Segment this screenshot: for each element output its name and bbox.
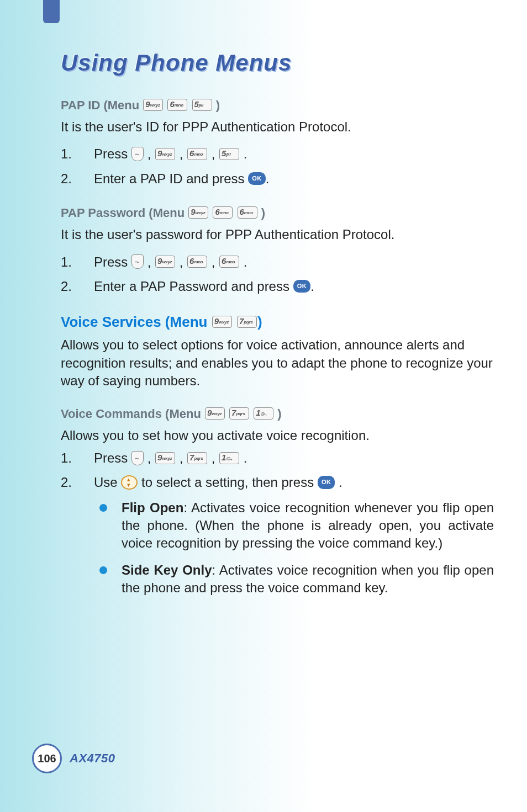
list-item: 2. Use to select a setting, then press O… <box>61 472 494 493</box>
list-item: 1. Press , 9wxyz , 7pqrs , 1@., . <box>61 448 494 469</box>
key-9-icon: 9wxyz <box>155 148 175 160</box>
list-item: 1. Press , 9wxyz , 6mno , 6mno . <box>61 252 494 273</box>
key-9-icon: 9wxyz <box>155 256 175 268</box>
list-item: Flip Open: Activates voice recognition w… <box>94 499 494 553</box>
key-9-icon: 9wxyz <box>188 206 208 219</box>
step-number: 2. <box>61 168 72 189</box>
step-number: 2. <box>61 276 72 297</box>
voice-services-desc: Allows you to select options for voice a… <box>61 336 494 390</box>
ok-key-icon: OK <box>248 172 266 185</box>
step-text: Press <box>94 146 131 161</box>
key-1-icon: 1@., <box>254 407 273 420</box>
list-item: 2. Enter a PAP Password and press OK. <box>61 276 494 297</box>
key-7-icon: 7pqrs <box>187 452 207 464</box>
step-text: Press <box>94 450 131 465</box>
menu-key-icon <box>131 254 144 269</box>
step-text: Press <box>94 254 131 269</box>
page-tab-decor <box>43 0 60 23</box>
menu-key-icon <box>131 451 144 465</box>
pap-id-heading: PAP ID (Menu 9wxyz 6mno 5jkl ) <box>61 98 494 113</box>
key-9-icon: 9wxyz <box>212 316 232 328</box>
key-6-icon: 6mno <box>187 256 207 268</box>
step-number: 1. <box>61 448 72 469</box>
step-text: Enter a PAP Password and press <box>94 279 293 294</box>
option-label: Side Key Only <box>122 562 212 577</box>
page-number: 106 <box>32 744 62 773</box>
voice-commands-desc: Allows you to set how you activate voice… <box>61 427 494 444</box>
ok-key-icon: OK <box>318 476 335 489</box>
voice-services-heading: Voice Services (Menu 9wxyz 7pqrs) <box>61 314 494 331</box>
key-7-icon: 7pqrs <box>229 407 249 420</box>
pap-password-heading: PAP Password (Menu 9wxyz 6mno 6mno ) <box>61 206 494 220</box>
pap-password-desc: It is the user's password for PPP Authen… <box>61 226 494 243</box>
menu-key-icon <box>131 147 144 161</box>
voice-commands-steps: 1. Press , 9wxyz , 7pqrs , 1@., . 2. Use… <box>61 448 494 493</box>
key-7-icon: 7pqrs <box>237 316 257 328</box>
key-9-icon: 9wxyz <box>155 452 175 464</box>
list-item: 1. Press , 9wxyz , 6mno , 5jkl . <box>61 144 494 164</box>
key-6-icon: 6mno <box>219 256 239 268</box>
key-6-icon: 6mno <box>238 206 257 219</box>
heading-text-end: ) <box>261 206 265 220</box>
heading-text-end: ) <box>257 314 262 330</box>
option-label: Flip Open <box>122 500 183 515</box>
step-text: Enter a PAP ID and press <box>94 171 248 186</box>
nav-updown-icon <box>121 475 138 490</box>
page-title: Using Phone Menus <box>61 50 494 76</box>
list-item: Side Key Only: Activates voice recogniti… <box>94 561 494 597</box>
key-9-icon: 9wxyz <box>143 99 163 111</box>
key-5-icon: 5jkl <box>219 148 239 160</box>
step-text: Use <box>94 475 121 490</box>
pap-password-steps: 1. Press , 9wxyz , 6mno , 6mno . 2. Ente… <box>61 252 494 298</box>
key-9-icon: 9wxyz <box>205 407 225 420</box>
key-6-icon: 6mno <box>213 206 233 219</box>
heading-text: Voice Services (Menu <box>61 314 212 330</box>
model-label: AX4750 <box>70 751 115 766</box>
page-footer: 106 AX4750 <box>32 744 115 773</box>
key-5-icon: 5jkl <box>192 99 212 111</box>
heading-text: PAP Password (Menu <box>61 206 188 220</box>
list-item: 2. Enter a PAP ID and press OK. <box>61 168 494 189</box>
key-6-icon: 6mno <box>167 99 187 111</box>
step-number: 1. <box>61 252 72 273</box>
step-number: 1. <box>61 144 72 164</box>
pap-id-desc: It is the user's ID for PPP Authenticati… <box>61 118 494 136</box>
voice-commands-heading: Voice Commands (Menu 9wxyz 7pqrs 1@., ) <box>61 407 494 421</box>
pap-id-steps: 1. Press , 9wxyz , 6mno , 5jkl . 2. Ente… <box>61 144 494 189</box>
heading-text-end: ) <box>216 98 220 112</box>
voice-commands-options: Flip Open: Activates voice recognition w… <box>61 499 494 597</box>
heading-text-end: ) <box>277 407 281 421</box>
ok-key-icon: OK <box>293 280 311 293</box>
heading-text: Voice Commands (Menu <box>61 407 204 421</box>
heading-text: PAP ID (Menu <box>61 98 143 112</box>
step-text-mid: to select a setting, then press <box>141 475 318 490</box>
key-1-icon: 1@., <box>219 452 239 464</box>
step-number: 2. <box>61 472 72 493</box>
page-content: Using Phone Menus PAP ID (Menu 9wxyz 6mn… <box>0 0 527 639</box>
key-6-icon: 6mno <box>187 148 207 160</box>
